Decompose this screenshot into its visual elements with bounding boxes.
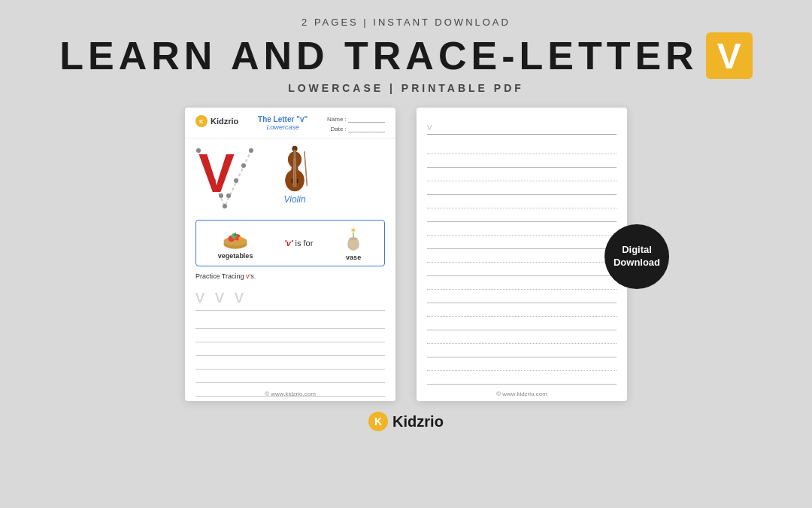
vocab-phrase: 'v' is for [284, 239, 313, 248]
vase-icon [344, 225, 362, 252]
svg-point-29 [352, 229, 354, 231]
p2-dotted-9 [427, 357, 617, 371]
p2-solid-4 [427, 236, 617, 249]
p2-dotted-8 [427, 330, 617, 344]
badge-line2: Download [614, 257, 660, 269]
vocab-item-vegetables: vegetables [218, 227, 253, 260]
p2-solid-1 [427, 154, 617, 168]
top-meta: 2 PAGES | INSTANT DOWNLOAD [301, 17, 511, 28]
p2-solid-8 [427, 344, 617, 357]
p2-dotted-1 [427, 141, 617, 154]
page1-title-area: The Letter "v" Lowercase [238, 115, 327, 131]
page1-footer: © www.kidzrio.com [185, 391, 395, 397]
logo-text: Kidzrio [211, 117, 238, 126]
p2-solid-2 [427, 181, 617, 195]
brand-logo-icon: K [368, 412, 388, 431]
big-letter-v: V [198, 146, 235, 200]
digital-download-badge: Digital Download [604, 224, 669, 289]
svg-point-8 [249, 148, 253, 153]
p2-dotted-7 [427, 303, 617, 317]
vegetables-label: vegetables [218, 252, 253, 260]
page-1: K Kidzrio The Letter "v" Lowercase Name … [185, 108, 395, 401]
page2-footer: © www.kidzrio.com [417, 391, 627, 397]
page1-letter-title: The Letter "v" [238, 115, 327, 123]
page1-content: V [185, 138, 395, 218]
svg-point-4 [223, 204, 227, 208]
page-2: v © www.kidzrio.com [417, 108, 627, 401]
date-field: Date : ___________ [327, 125, 385, 135]
p2-solid-5 [427, 263, 617, 276]
p2-solid-3 [427, 208, 617, 222]
practice-label: Practice Tracing v's. [195, 272, 385, 280]
vocab-item-vase: vase [344, 225, 362, 261]
p2-dotted-6 [427, 276, 617, 290]
svg-point-31 [350, 237, 357, 239]
vocab-box: vegetables 'v' is for vase [195, 220, 385, 266]
trace-v-2: v [215, 286, 224, 307]
svg-point-27 [238, 236, 242, 240]
p2-solid-7 [427, 317, 617, 330]
badge-line1: Digital [622, 244, 652, 257]
ruled-line-4 [195, 356, 385, 370]
title-text: LEARN AND TRACE-LETTER [59, 33, 698, 78]
pages-container: K Kidzrio The Letter "v" Lowercase Name … [185, 108, 627, 401]
p2-dotted-4 [427, 222, 617, 236]
ruled-line-2 [195, 329, 385, 342]
main-title: LEARN AND TRACE-LETTER V [59, 32, 752, 79]
trace-v-3: v [235, 286, 244, 307]
page1-letter-subtitle: Lowercase [238, 123, 327, 131]
trace-v-page2: v [427, 121, 432, 132]
page1-header: K Kidzrio The Letter "v" Lowercase Name … [185, 108, 395, 138]
p2-dotted-5 [427, 249, 617, 263]
ruled-line-5 [195, 370, 385, 383]
trace-line: v v v [195, 283, 385, 311]
ruled-line-1 [195, 315, 385, 329]
kidzrio-logo: K Kidzrio [195, 115, 238, 127]
logo-icon: K [195, 115, 208, 127]
p2-solid-6 [427, 290, 617, 303]
p2-dotted-2 [427, 168, 617, 181]
name-field: Name : ___________ [327, 115, 385, 125]
practice-section: Practice Tracing v's. v v v [185, 268, 395, 312]
page2-first-line: v [427, 121, 617, 135]
violin-label: Violin [283, 194, 305, 205]
p2-solid-9 [427, 371, 617, 385]
violin-icon [278, 144, 311, 193]
violin-area: Violin [278, 144, 311, 212]
vase-label: vase [346, 254, 361, 261]
brand-name: Kidzrio [392, 413, 444, 430]
trace-v-1: v [195, 286, 205, 307]
svg-line-20 [304, 151, 308, 186]
page1-ruled-lines [195, 315, 385, 401]
page2-content: v [417, 108, 627, 139]
page1-name-date: Name : ___________ Date : ___________ [327, 115, 385, 135]
badge-letter: V [717, 35, 741, 77]
page2-lines [427, 141, 617, 385]
subtitle: LOWERCASE | PRINTABLE PDF [288, 82, 524, 94]
svg-point-7 [241, 163, 246, 168]
p2-dotted-3 [427, 195, 617, 208]
bottom-brand: K Kidzrio [368, 412, 444, 431]
ruled-line-3 [195, 342, 385, 356]
letter-badge: V [706, 32, 753, 79]
big-letter-area: V [195, 144, 256, 212]
vegetables-icon [221, 227, 250, 251]
